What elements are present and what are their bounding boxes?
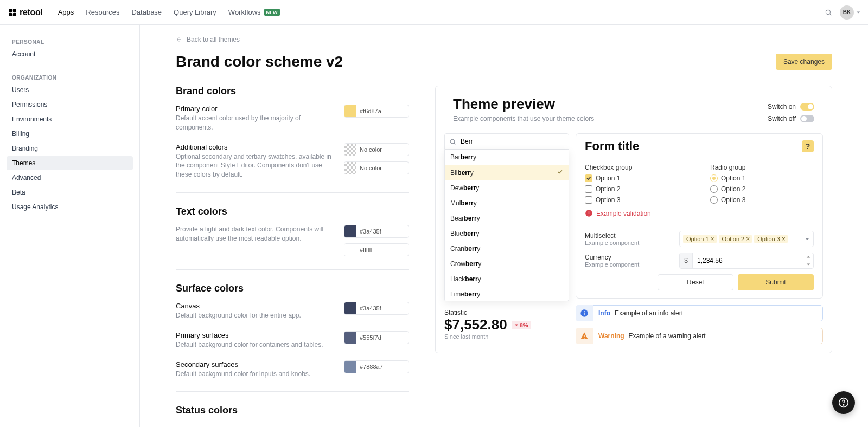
- nav-database[interactable]: Database: [131, 8, 162, 16]
- content-scroll[interactable]: Back to all themes Brand color scheme v2…: [140, 25, 868, 427]
- dropdown-item[interactable]: Barberry: [445, 150, 569, 165]
- sidebar-item-themes[interactable]: Themes: [7, 156, 133, 170]
- dropdown-item[interactable]: Cranberry: [445, 241, 569, 256]
- svg-rect-10: [589, 215, 589, 215]
- back-to-themes-link[interactable]: Back to all themes: [176, 36, 240, 43]
- text-dark-value[interactable]: [356, 228, 409, 235]
- text-light-value[interactable]: [356, 247, 409, 253]
- chevron-down-icon: [806, 262, 810, 267]
- sidebar-item-billing[interactable]: Billing: [7, 127, 133, 141]
- settings-sidebar: Personal Account Organization Users Perm…: [0, 25, 140, 427]
- text-light-input[interactable]: [344, 243, 409, 256]
- nav-apps[interactable]: Apps: [58, 8, 74, 16]
- user-menu-chevron-icon[interactable]: [856, 10, 860, 15]
- checkbox-option-1[interactable]: Option 1: [585, 174, 688, 182]
- sidebar-item-usage-analytics[interactable]: Usage Analytics: [7, 200, 133, 214]
- sidebar-section-organization: Organization: [7, 70, 133, 83]
- multiselect-tag: Option 2×: [719, 235, 752, 243]
- additional-color-2-input[interactable]: [344, 161, 409, 174]
- nav-resources[interactable]: Resources: [86, 8, 119, 16]
- dropdown-item[interactable]: Hackberry: [445, 271, 569, 287]
- tag-remove-icon[interactable]: ×: [711, 236, 714, 242]
- additional-color-1-value[interactable]: [356, 146, 409, 153]
- dropdown-item[interactable]: Mulberry: [445, 196, 569, 211]
- dropdown-item[interactable]: Dewberry: [445, 180, 569, 196]
- search-icon[interactable]: [825, 9, 832, 16]
- secondary-surfaces-value[interactable]: [356, 364, 409, 370]
- preview-form: Form title ? Checkbox group: [576, 133, 823, 299]
- dropdown-item[interactable]: Crowberry: [445, 256, 569, 271]
- canvas-color-swatch[interactable]: [344, 302, 356, 314]
- radio-icon: [710, 185, 718, 193]
- dropdown-item[interactable]: Bilberry: [445, 165, 569, 180]
- secondary-surfaces-input[interactable]: [344, 360, 409, 373]
- sidebar-item-permissions[interactable]: Permissions: [7, 98, 133, 112]
- text-dark-input[interactable]: [344, 225, 409, 238]
- text-dark-swatch[interactable]: [344, 225, 356, 237]
- sidebar-item-advanced[interactable]: Advanced: [7, 171, 133, 185]
- dropdown-item[interactable]: Limeberry: [445, 287, 569, 301]
- preview-switch-off[interactable]: [800, 115, 814, 122]
- primary-surfaces-input[interactable]: [344, 331, 409, 344]
- multiselect-input[interactable]: Option 1×Option 2×Option 3×: [679, 231, 814, 247]
- reset-button[interactable]: Reset: [658, 274, 733, 290]
- multiselect-tag: Option 1×: [683, 235, 717, 243]
- svg-point-4: [826, 10, 830, 14]
- arrow-left-icon: [176, 36, 182, 43]
- currency-value[interactable]: [693, 253, 803, 268]
- validation-text: Example validation: [596, 210, 651, 217]
- preview-switch-on[interactable]: [800, 103, 814, 111]
- canvas-color-value[interactable]: [356, 305, 409, 312]
- svg-rect-14: [584, 335, 584, 337]
- checkbox-option-3[interactable]: Option 3: [585, 196, 688, 204]
- nav-workflows[interactable]: Workflows New: [228, 8, 280, 16]
- secondary-surfaces-swatch[interactable]: [344, 361, 356, 373]
- text-colors-desc: Provide a light and dark text color. Com…: [176, 225, 335, 243]
- dropdown-item-label: Dewberry: [450, 184, 479, 192]
- tag-remove-icon[interactable]: ×: [746, 236, 750, 242]
- canvas-color-input[interactable]: [344, 302, 409, 315]
- nav-query-library[interactable]: Query Library: [174, 8, 216, 16]
- section-brand-colors: Brand colors: [176, 86, 409, 97]
- submit-button[interactable]: Submit: [738, 274, 814, 290]
- additional-color-1-swatch[interactable]: [344, 144, 356, 156]
- primary-color-value[interactable]: [356, 108, 409, 114]
- topbar: retool Apps Resources Database Query Lib…: [0, 0, 868, 25]
- sidebar-item-beta[interactable]: Beta: [7, 185, 133, 199]
- checkbox-option-2[interactable]: Option 2: [585, 185, 688, 193]
- svg-rect-12: [584, 313, 584, 315]
- multiselect-tag-label: Option 3: [757, 236, 780, 242]
- sidebar-item-account[interactable]: Account: [7, 47, 133, 61]
- currency-step-up[interactable]: [803, 253, 813, 261]
- primary-color-desc: Default accent color used by the majorit…: [176, 114, 335, 132]
- currency-input[interactable]: $: [679, 253, 814, 269]
- primary-color-swatch[interactable]: [344, 105, 356, 117]
- primary-color-input[interactable]: [344, 105, 409, 118]
- additional-color-2-value[interactable]: [356, 165, 409, 171]
- save-changes-button[interactable]: Save changes: [776, 54, 832, 70]
- preview-dropdown-list[interactable]: BarberryBilberryDewberryMulberryBearberr…: [444, 150, 569, 301]
- preview-select-search[interactable]: [444, 133, 569, 150]
- radio-option-1[interactable]: Option 1: [710, 174, 814, 182]
- canvas-label: Canvas: [176, 302, 335, 310]
- radio-option-3[interactable]: Option 3: [710, 196, 814, 204]
- radio-option-2[interactable]: Option 2: [710, 185, 814, 193]
- dropdown-item[interactable]: Bearberry: [445, 211, 569, 226]
- additional-color-1-input[interactable]: [344, 143, 409, 156]
- dropdown-item[interactable]: Blueberry: [445, 226, 569, 241]
- text-light-swatch[interactable]: [344, 244, 356, 256]
- preview-select-input[interactable]: [459, 137, 564, 146]
- help-fab[interactable]: [832, 391, 855, 414]
- top-nav: Apps Resources Database Query Library Wo…: [58, 8, 280, 16]
- sidebar-item-users[interactable]: Users: [7, 83, 133, 97]
- user-avatar[interactable]: BK: [840, 5, 854, 20]
- form-help-icon[interactable]: ?: [802, 140, 814, 152]
- primary-surfaces-swatch[interactable]: [344, 332, 356, 344]
- currency-step-down[interactable]: [803, 261, 813, 269]
- sidebar-item-environments[interactable]: Environments: [7, 112, 133, 126]
- tag-remove-icon[interactable]: ×: [782, 236, 786, 242]
- sidebar-item-branding[interactable]: Branding: [7, 141, 133, 156]
- brand-logo[interactable]: retool: [8, 8, 43, 17]
- primary-surfaces-value[interactable]: [356, 334, 409, 341]
- additional-color-2-swatch[interactable]: [344, 162, 356, 174]
